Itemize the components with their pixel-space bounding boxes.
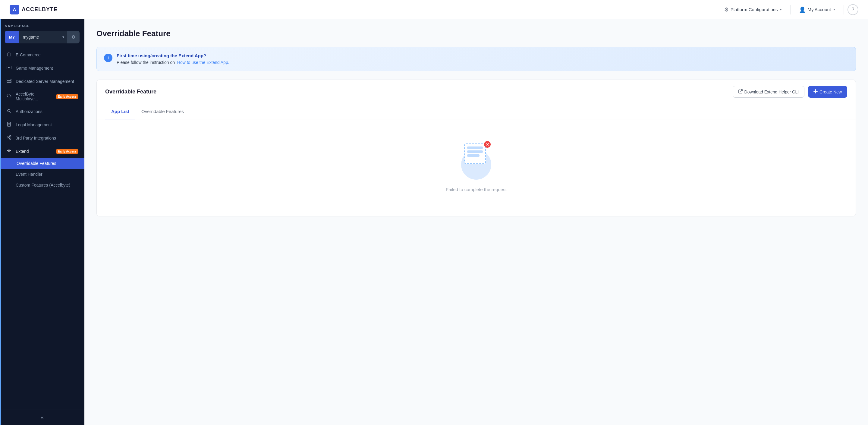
header-divider: [790, 5, 790, 14]
extend-icon: [6, 148, 12, 154]
tab-app-list[interactable]: App List: [105, 104, 135, 119]
plus-icon: [813, 89, 818, 94]
namespace-gear-icon[interactable]: ⚙: [67, 31, 80, 43]
tab-app-list-label: App List: [111, 109, 129, 114]
svg-point-8: [7, 137, 9, 138]
main-layout: NAMESPACE MY mygame ▾ ⚙ E-Commerce Game …: [0, 19, 868, 425]
feature-card: Overridable Feature Download Extend Help…: [96, 80, 856, 216]
logo: ACCELBYTE: [10, 5, 58, 14]
cloud-icon: [6, 93, 12, 99]
sidebar: NAMESPACE MY mygame ▾ ⚙ E-Commerce Game …: [0, 19, 84, 425]
info-icon: i: [104, 54, 113, 62]
early-access-badge-extend: Early Access: [56, 149, 79, 154]
info-banner-title: First time using/creating the Extend App…: [117, 53, 229, 58]
sidebar-item-ecommerce[interactable]: E-Commerce: [0, 48, 84, 61]
empty-state: ✕ Failed to complete the request: [97, 119, 856, 216]
feature-card-title: Overridable Feature: [105, 89, 156, 95]
namespace-label: NAMESPACE: [5, 24, 80, 28]
early-access-badge-multiplayer: Early Access: [56, 94, 79, 99]
feature-card-actions: Download Extend Helper CLI Create New: [733, 86, 847, 98]
main-content: Overridable Feature i First time using/c…: [84, 19, 868, 425]
ecommerce-icon: [6, 52, 12, 58]
overridable-features-label: Overridable Features: [17, 161, 56, 166]
platform-configurations-button[interactable]: ⚙ Platform Configurations ▾: [719, 4, 787, 16]
legal-icon: [6, 122, 12, 128]
info-content: First time using/creating the Extend App…: [117, 53, 229, 65]
feature-card-header: Overridable Feature Download Extend Help…: [97, 80, 856, 104]
sidebar-item-custom-features[interactable]: Custom Features (Accelbyte): [0, 180, 84, 190]
user-icon: 👤: [799, 6, 806, 13]
info-banner-instruction: Please follow the instruction on: [117, 60, 175, 65]
page-title: Overridable Feature: [96, 29, 856, 38]
info-banner-link[interactable]: How to use the Extend App.: [177, 60, 229, 65]
sidebar-item-extend[interactable]: Extend Early Access: [0, 145, 84, 158]
doc-line-3: [467, 154, 479, 157]
sidebar-item-accelbyte-multiplayer[interactable]: AccelByte Multiplaye... Early Access: [0, 88, 84, 105]
sidebar-item-extend-label: Extend: [16, 149, 53, 154]
svg-rect-1: [7, 66, 11, 69]
event-handler-label: Event Handler: [16, 172, 42, 177]
doc-body: [464, 144, 486, 164]
sidebar-item-authorizations[interactable]: Authorizations: [0, 105, 84, 118]
logo-text: ACCELBYTE: [22, 6, 58, 13]
namespace-badge: MY: [5, 31, 19, 43]
collapse-sidebar-button[interactable]: «: [5, 415, 80, 420]
chevron-down-icon: ▾: [780, 7, 782, 11]
my-account-button[interactable]: 👤 My Account ▾: [794, 4, 840, 16]
sidebar-item-legal-management[interactable]: Legal Management: [0, 118, 84, 131]
sidebar-item-event-handler[interactable]: Event Handler: [0, 169, 84, 180]
custom-features-label: Custom Features (Accelbyte): [16, 183, 70, 187]
sidebar-item-multiplayer-label: AccelByte Multiplaye...: [16, 92, 53, 101]
namespace-section: NAMESPACE MY mygame ▾ ⚙: [0, 19, 84, 46]
empty-doc: ✕: [464, 144, 488, 166]
doc-line-2: [467, 150, 483, 153]
nav-section: E-Commerce Game Management Dedicated Ser…: [0, 46, 84, 409]
svg-rect-0: [7, 53, 11, 56]
sidebar-item-dedicated-server-label: Dedicated Server Management: [16, 79, 79, 84]
svg-point-4: [10, 80, 10, 80]
sidebar-item-overridable-features[interactable]: Overridable Features: [0, 158, 84, 169]
create-new-button[interactable]: Create New: [808, 86, 847, 98]
dedicated-server-icon: [6, 79, 12, 84]
sidebar-item-dedicated-server[interactable]: Dedicated Server Management: [0, 75, 84, 88]
download-btn-label: Download Extend Helper CLI: [744, 90, 799, 94]
help-icon: ?: [852, 7, 855, 12]
svg-point-10: [10, 138, 11, 140]
active-indicator: [0, 19, 1, 425]
help-button[interactable]: ?: [847, 4, 858, 15]
sidebar-item-legal-management-label: Legal Management: [16, 122, 79, 127]
sidebar-item-game-management-label: Game Management: [16, 66, 79, 70]
header: ACCELBYTE ⚙ Platform Configurations ▾ 👤 …: [0, 0, 868, 19]
tab-overridable-features[interactable]: Overridable Features: [135, 104, 190, 119]
my-account-label: My Account: [807, 7, 831, 12]
search-icon: [6, 109, 12, 115]
sidebar-footer: «: [0, 409, 84, 425]
sidebar-item-3rd-party-label: 3rd Party Integrations: [16, 135, 79, 141]
namespace-name[interactable]: mygame: [19, 31, 60, 43]
namespace-chevron-icon[interactable]: ▾: [59, 31, 67, 43]
platform-configurations-label: Platform Configurations: [731, 7, 778, 12]
tab-overridable-features-label: Overridable Features: [141, 109, 184, 114]
svg-point-6: [7, 110, 10, 112]
gear-icon: ⚙: [724, 6, 729, 13]
header-right: ⚙ Platform Configurations ▾ 👤 My Account…: [719, 4, 858, 16]
chevron-down-icon-2: ▾: [833, 7, 835, 11]
info-banner: i First time using/creating the Extend A…: [96, 47, 856, 71]
sidebar-item-3rd-party[interactable]: 3rd Party Integrations: [0, 131, 84, 145]
sidebar-item-game-management[interactable]: Game Management: [0, 61, 84, 75]
sidebar-item-authorizations-label: Authorizations: [16, 109, 79, 114]
tabs: App List Overridable Features: [97, 104, 856, 119]
namespace-selector: MY mygame ▾ ⚙: [5, 31, 80, 43]
empty-state-text: Failed to complete the request: [446, 187, 507, 192]
create-btn-label: Create New: [819, 90, 842, 94]
integrations-icon: [6, 135, 12, 141]
logo-icon: [10, 5, 19, 14]
svg-point-5: [10, 82, 10, 82]
sidebar-item-ecommerce-label: E-Commerce: [16, 53, 79, 57]
download-extend-helper-button[interactable]: Download Extend Helper CLI: [733, 86, 805, 98]
info-banner-text: Please follow the instruction on How to …: [117, 60, 229, 65]
error-icon: ✕: [484, 141, 491, 148]
collapse-icon: «: [41, 415, 44, 420]
doc-line-1: [467, 147, 483, 149]
svg-point-9: [10, 135, 11, 137]
